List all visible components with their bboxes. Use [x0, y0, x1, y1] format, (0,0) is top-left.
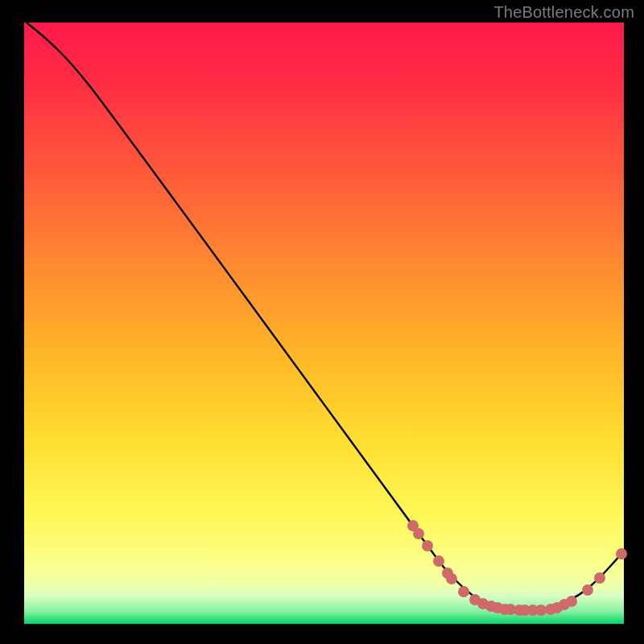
curve-marker [566, 596, 577, 607]
chart-stage: TheBottleneck.com [0, 0, 644, 644]
curve-marker [535, 605, 547, 616]
chart-svg [0, 0, 644, 644]
plot-area [24, 23, 627, 624]
curve-marker [413, 528, 424, 539]
curve-marker [446, 573, 457, 584]
watermark-text: TheBottleneck.com [493, 3, 634, 22]
curve-marker [422, 540, 433, 551]
bg-gradient [24, 23, 624, 562]
curve-marker [458, 586, 469, 597]
curve-marker [433, 555, 444, 567]
curve-marker [582, 584, 593, 596]
curve-marker [594, 572, 605, 584]
curve-marker [616, 548, 627, 559]
